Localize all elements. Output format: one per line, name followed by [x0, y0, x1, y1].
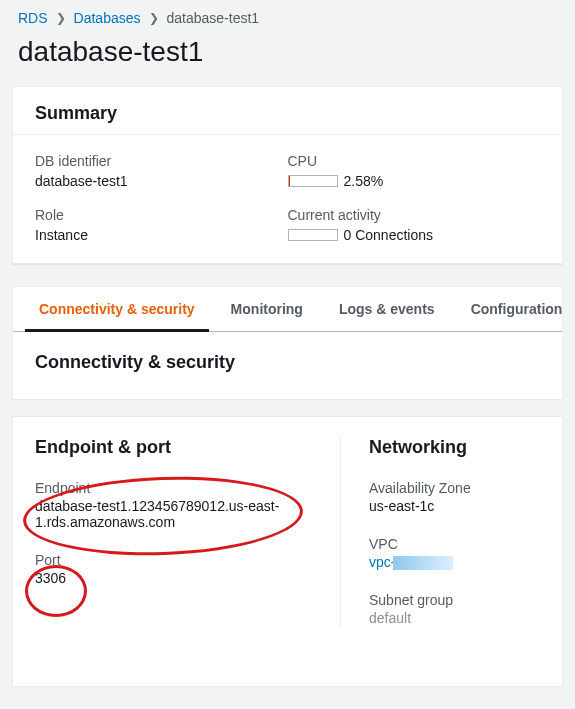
tab-monitoring[interactable]: Monitoring: [213, 287, 321, 331]
breadcrumb-link-rds[interactable]: RDS: [18, 10, 48, 26]
vpc-link[interactable]: vpc-: [369, 554, 395, 570]
breadcrumb: RDS ❯ Databases ❯ database-test1: [0, 0, 575, 32]
vpc-label: VPC: [369, 536, 540, 552]
endpoint-port-heading: Endpoint & port: [35, 437, 300, 458]
current-activity-label: Current activity: [288, 207, 541, 227]
connectivity-body-panel: Endpoint & port Endpoint database-test1.…: [12, 416, 563, 687]
db-identifier-value: database-test1: [35, 173, 288, 189]
tabs-container: Connectivity & security Monitoring Logs …: [12, 286, 563, 332]
cpu-label: CPU: [288, 153, 541, 173]
tab-connectivity[interactable]: Connectivity & security: [21, 287, 213, 331]
page-title: database-test1: [0, 32, 575, 86]
connectivity-header-panel: Connectivity & security: [12, 332, 563, 400]
subnet-group-label: Subnet group: [369, 592, 540, 608]
tab-logs-events[interactable]: Logs & events: [321, 287, 453, 331]
cpu-meter: [288, 175, 338, 187]
db-identifier-label: DB identifier: [35, 153, 288, 173]
breadcrumb-current: database-test1: [167, 10, 260, 26]
activity-meter: [288, 229, 338, 241]
subnet-group-value: default: [369, 610, 540, 626]
chevron-right-icon: ❯: [149, 11, 159, 25]
connectivity-heading: Connectivity & security: [35, 352, 540, 379]
summary-panel: Summary DB identifier database-test1 Rol…: [12, 86, 563, 264]
networking-heading: Networking: [369, 437, 540, 458]
breadcrumb-link-databases[interactable]: Databases: [74, 10, 141, 26]
port-value: 3306: [35, 570, 300, 586]
endpoint-label: Endpoint: [35, 480, 300, 496]
tab-configuration[interactable]: Configuration: [453, 287, 575, 331]
role-label: Role: [35, 207, 288, 227]
redacted-block: [393, 556, 453, 570]
az-value: us-east-1c: [369, 498, 540, 514]
cpu-value: 2.58%: [344, 173, 384, 189]
summary-heading: Summary: [13, 87, 562, 134]
role-value: Instance: [35, 227, 288, 243]
current-activity-value: 0 Connections: [344, 227, 434, 243]
port-label: Port: [35, 552, 300, 568]
az-label: Availability Zone: [369, 480, 540, 496]
chevron-right-icon: ❯: [56, 11, 66, 25]
endpoint-value: database-test1.123456789012.us-east-1.rd…: [35, 498, 300, 530]
